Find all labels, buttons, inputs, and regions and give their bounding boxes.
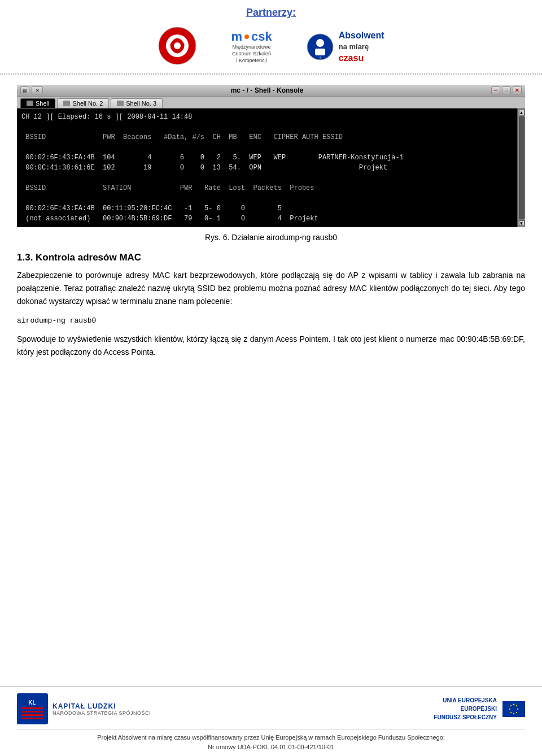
- shell3-icon: [117, 101, 124, 106]
- svg-point-20: [510, 711, 512, 712]
- svg-point-4: [316, 39, 324, 47]
- footer-ue-text: UNIA EUROPEJSKA EUROPEJSKI FUNDUSZ SPOŁE…: [434, 696, 497, 722]
- terminal-line-6: 00:0C:41:38:61:6E 102 19 0 0 13 54. OPN …: [21, 163, 513, 173]
- terminal-line-8: BSSID STATION PWR Rate Lost Packets Prob…: [21, 183, 513, 193]
- svg-point-17: [517, 708, 518, 709]
- shell-icon: [27, 101, 33, 106]
- logo3-text: Absolwent na miarę czasu: [339, 29, 384, 65]
- kapital-ludzki-logo: KL: [17, 693, 48, 724]
- svg-point-18: [516, 711, 517, 712]
- footer-bottom-text1: Projekt Absolwent na miarę czasu współfi…: [17, 733, 525, 742]
- header: Partnerzy: m csk MiędzynarodoweCentrum S…: [0, 0, 542, 75]
- titlebar-left: ▤ ✕: [20, 86, 43, 94]
- header-logos: m csk MiędzynarodoweCentrum Szkoleńi Kom…: [23, 10, 519, 68]
- footer-right: UNIA EUROPEJSKA EUROPEJSKI FUNDUSZ SPOŁE…: [434, 696, 525, 722]
- footer-top: KL KAPITAŁ LUDZKI NARODOWA STRATEGIA SPÓ…: [17, 693, 525, 724]
- shell2-icon: [63, 101, 70, 106]
- tab-shell[interactable]: Shell: [20, 98, 55, 108]
- logo2: m csk MiędzynarodoweCentrum Szkoleńi Kom…: [231, 29, 272, 64]
- terminal-wrapper: ▤ ✕ mc - / - Shell - Konsole ─ □ ✕ Shell…: [17, 85, 525, 227]
- terminal-maximize-btn[interactable]: □: [502, 86, 511, 94]
- footer-bottom-text2: Nr umowy UDA-POKL.04.01.01-00-421/10-01: [17, 742, 525, 752]
- terminal-menu-btn[interactable]: ▤: [20, 86, 29, 94]
- titlebar-right: ─ □ ✕: [491, 86, 522, 94]
- terminal-scroll-container: CH 12 ][ Elapsed: 16 s ][ 2008-04-11 14:…: [17, 108, 525, 227]
- svg-rect-12: [21, 718, 43, 719]
- scroll-up-arrow[interactable]: ▲: [519, 110, 524, 115]
- footer-left: KL KAPITAŁ LUDZKI NARODOWA STRATEGIA SPÓ…: [17, 693, 151, 724]
- scroll-down-arrow[interactable]: ▼: [519, 220, 524, 226]
- tab-shell-2[interactable]: Shell No. 2: [57, 98, 109, 108]
- terminal-small-btn[interactable]: ✕: [32, 86, 43, 94]
- svg-point-15: [513, 703, 514, 705]
- terminal-line-2: [21, 122, 513, 132]
- terminal-line-10: 00:02:6F:43:FA:4B 00:11:95:20:FC:4C -1 5…: [21, 203, 513, 214]
- svg-rect-11: [21, 714, 43, 716]
- svg-point-22: [510, 705, 512, 706]
- logo2-subtitle: MiędzynarodoweCentrum Szkoleńi Kompetenc…: [232, 44, 271, 64]
- terminal-line-1: CH 12 ][ Elapsed: 16 s ][ 2008-04-11 14:…: [21, 112, 513, 122]
- svg-point-21: [509, 708, 510, 709]
- terminal-line-5: 00:02:6F:43:FA:4B 104 4 6 0 2 5. WEP WEP…: [21, 153, 513, 163]
- terminal-tabs: Shell Shell No. 2 Shell No. 3: [17, 97, 525, 108]
- svg-rect-10: [21, 711, 43, 712]
- body-code-block: airodump-ng rausb0: [17, 314, 525, 327]
- terminal-title: mc - / - Shell - Konsole: [43, 86, 491, 94]
- terminal-command: airodump-ng rausb0: [17, 316, 96, 325]
- terminal-line-4: [21, 142, 513, 153]
- partners-label: Partnerzy:: [246, 7, 296, 19]
- logo3: i Absolwent na miarę czasu: [306, 29, 384, 65]
- main-content: 1.3. Kontrola adresów MAC Zabezpieczenie…: [17, 252, 525, 359]
- terminal-titlebar: ▤ ✕ mc - / - Shell - Konsole ─ □ ✕: [17, 85, 525, 97]
- eu-flag: [502, 701, 525, 717]
- terminal-line-9: [21, 193, 513, 203]
- terminal-body: CH 12 ][ Elapsed: 16 s ][ 2008-04-11 14:…: [17, 108, 517, 227]
- section-heading: 1.3. Kontrola adresów MAC: [17, 252, 525, 263]
- footer: KL KAPITAŁ LUDZKI NARODOWA STRATEGIA SPÓ…: [0, 686, 542, 756]
- body-paragraph-2: Spowoduje to wyświetlenie wszystkich kli…: [17, 333, 525, 359]
- svg-point-19: [513, 712, 514, 714]
- tab-shell-3[interactable]: Shell No. 3: [111, 98, 163, 108]
- svg-rect-9: [21, 707, 43, 709]
- footer-bottom: Projekt Absolwent na miarę czasu współfi…: [17, 729, 525, 751]
- body-paragraph-1: Zabezpieczenie to porównuje adresy MAC k…: [17, 269, 525, 308]
- svg-text:KL: KL: [28, 699, 36, 706]
- terminal-line-7: [21, 173, 513, 183]
- logo1: [158, 26, 197, 68]
- caption: Rys. 6. Działanie airodump-ng rausb0: [17, 233, 525, 242]
- terminal-minimize-btn[interactable]: ─: [491, 86, 500, 94]
- footer-kapital-text: KAPITAŁ LUDZKI NARODOWA STRATEGIA SPÓJNO…: [53, 702, 151, 716]
- terminal-line-11: (not associated) 00:90:4B:5B:69:DF 79 0-…: [21, 214, 513, 224]
- terminal-close-btn[interactable]: ✕: [513, 86, 522, 94]
- svg-point-2: [174, 42, 181, 49]
- svg-rect-5: [315, 49, 325, 55]
- svg-point-16: [516, 705, 517, 706]
- terminal-scrollbar[interactable]: ▲ ▼: [517, 108, 525, 227]
- logo2-dot: [244, 34, 249, 39]
- scroll-track[interactable]: [519, 116, 524, 219]
- terminal-line-3: BSSID PWR Beacons #Data, #/s CH MB ENC C…: [21, 132, 513, 142]
